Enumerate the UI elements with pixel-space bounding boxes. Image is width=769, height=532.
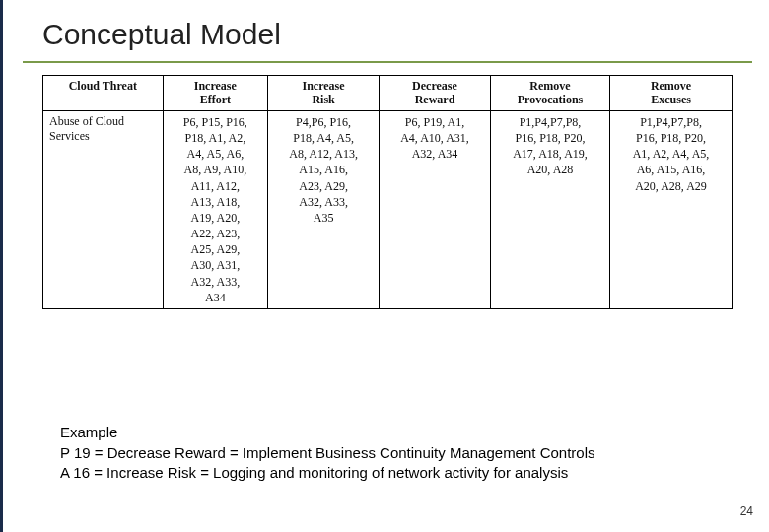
example-block: Example P 19 = Decrease Reward = Impleme… bbox=[60, 423, 595, 483]
title-block: Conceptual Model bbox=[3, 0, 769, 55]
table-row: Abuse of CloudServices P6, P15, P16,P18,… bbox=[43, 110, 733, 308]
title-underline bbox=[23, 61, 752, 63]
col-cloud-threat: Cloud Threat bbox=[43, 76, 164, 111]
col-remove-excuses: RemoveExcuses bbox=[610, 76, 733, 111]
cell-remove-provocations: P1,P4,P7,P8,P16, P18, P20,A17, A18, A19,… bbox=[490, 110, 609, 308]
cell-remove-excuses: P1,P4,P7,P8,P16, P18, P20,A1, A2, A4, A5… bbox=[610, 110, 733, 308]
model-table-wrap: Cloud Threat IncreaseEffort IncreaseRisk… bbox=[42, 75, 733, 309]
cell-increase-effort: P6, P15, P16,P18, A1, A2,A4, A5, A6,A8, … bbox=[163, 110, 268, 308]
page-number: 24 bbox=[740, 504, 753, 518]
cell-threat: Abuse of CloudServices bbox=[43, 110, 164, 308]
slide-title: Conceptual Model bbox=[42, 18, 769, 51]
slide: Conceptual Model Cloud Threat IncreaseEf… bbox=[0, 0, 769, 532]
col-increase-risk: IncreaseRisk bbox=[268, 76, 380, 111]
cell-decrease-reward: P6, P19, A1,A4, A10, A31,A32, A34 bbox=[380, 110, 491, 308]
table-header: Cloud Threat IncreaseEffort IncreaseRisk… bbox=[43, 76, 733, 111]
cell-increase-risk: P4,P6, P16,P18, A4, A5,A8, A12, A13,A15,… bbox=[268, 110, 380, 308]
conceptual-model-table: Cloud Threat IncreaseEffort IncreaseRisk… bbox=[42, 75, 733, 309]
example-line-1: P 19 = Decrease Reward = Implement Busin… bbox=[60, 443, 595, 463]
col-decrease-reward: DecreaseReward bbox=[380, 76, 491, 111]
col-increase-effort: IncreaseEffort bbox=[163, 76, 268, 111]
col-remove-provocations: RemoveProvocations bbox=[490, 76, 609, 111]
example-line-2: A 16 = Increase Risk = Logging and monit… bbox=[60, 463, 595, 483]
example-heading: Example bbox=[60, 423, 595, 442]
